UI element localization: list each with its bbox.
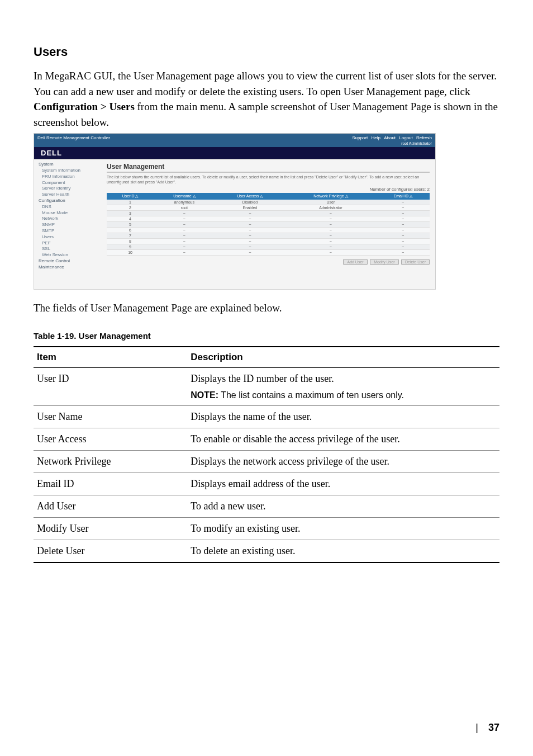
col-username[interactable]: Username △	[154, 193, 215, 200]
table-cell: ~	[377, 233, 430, 238]
table-cell: ~	[154, 210, 215, 216]
table-cell: ~	[154, 216, 215, 221]
nav-snmp[interactable]: SNMP	[42, 222, 98, 228]
table-cell: root	[154, 205, 215, 210]
nav-configuration[interactable]: Configuration	[39, 198, 98, 204]
table-row[interactable]: 10~~~~	[107, 249, 430, 255]
table-row[interactable]: 5~~~~	[107, 221, 430, 227]
nav-web-session[interactable]: Web Session	[42, 252, 98, 258]
table-cell: 8	[107, 238, 154, 244]
table-cell: 2	[107, 205, 154, 210]
table-cell: 6	[107, 227, 154, 233]
nav-network[interactable]: Network	[42, 216, 98, 222]
table-cell: ~	[377, 200, 430, 205]
nav-server-health[interactable]: Server Health	[42, 192, 98, 198]
users-table: UserID △ Username △ User Access △ Networ…	[107, 193, 430, 256]
fields-table: Item Description User ID Displays the ID…	[34, 346, 499, 563]
table-cell: 7	[107, 233, 154, 238]
table-row[interactable]: 1anonymousDisabledUser~	[107, 200, 430, 205]
row-useraccess-desc: To enable or disable the access privileg…	[187, 428, 499, 451]
table-cell: 10	[107, 249, 154, 255]
nav-dns[interactable]: DNS	[42, 204, 98, 210]
table-cell: ~	[377, 205, 430, 210]
link-logout[interactable]: Logout	[399, 135, 412, 140]
col-networkpriv[interactable]: Network Privilege △	[285, 193, 376, 200]
nav-pef[interactable]: PEF	[42, 240, 98, 247]
add-user-button[interactable]: Add User	[343, 259, 367, 265]
nav-system-info[interactable]: System Information	[42, 168, 98, 174]
table-row[interactable]: 9~~~~	[107, 244, 430, 249]
table-row[interactable]: 3~~~~	[107, 210, 430, 216]
row-username-item: User Name	[34, 406, 187, 428]
col-emailid[interactable]: Email ID △	[377, 193, 430, 200]
table-row[interactable]: 6~~~~	[107, 227, 430, 233]
link-about[interactable]: About	[384, 135, 396, 140]
user-count: Number of configured users: 2	[107, 187, 430, 192]
nav-remote-control[interactable]: Remote Control	[39, 258, 98, 264]
table-cell: ~	[285, 233, 376, 238]
intro-paragraph: In MegaRAC GUI, the User Management page…	[34, 68, 499, 130]
nav-ssl[interactable]: SSL	[42, 246, 98, 252]
fields-col-desc: Description	[187, 347, 499, 368]
table-cell: ~	[154, 233, 215, 238]
table-cell: ~	[154, 249, 215, 255]
table-cell: ~	[285, 249, 376, 255]
link-refresh[interactable]: Refresh	[416, 135, 432, 140]
row-emailid-desc: Displays email address of the user.	[187, 473, 499, 495]
row-networkpriv-desc: Displays the network access privilege of…	[187, 451, 499, 473]
table-cell: ~	[215, 249, 285, 255]
nav-fru-info[interactable]: FRU Information	[42, 174, 98, 180]
table-cell: ~	[215, 233, 285, 238]
table-cell: ~	[285, 238, 376, 244]
table-cell: Enabled	[215, 205, 285, 210]
table-cell: ~	[377, 244, 430, 249]
nav-users[interactable]: Users	[42, 234, 98, 240]
main-panel: User Management The list below shows the…	[101, 159, 435, 289]
col-useraccess[interactable]: User Access △	[215, 193, 285, 200]
table-cell: 1	[107, 200, 154, 205]
section-heading: Users	[34, 45, 499, 59]
screenshot: Dell Remote Management Controller Suppor…	[34, 133, 436, 290]
nav-component[interactable]: Component	[42, 180, 98, 186]
intro-text-1: In MegaRAC GUI, the User Management page…	[34, 70, 497, 97]
nav-mouse-mode[interactable]: Mouse Mode	[42, 210, 98, 216]
nav-smtp[interactable]: SMTP	[42, 228, 98, 234]
table-row[interactable]: 7~~~~	[107, 233, 430, 238]
table-cell: 4	[107, 216, 154, 221]
table-cell: ~	[285, 216, 376, 221]
row-useraccess-item: User Access	[34, 428, 187, 451]
window-titlebar: Dell Remote Management Controller Suppor…	[34, 134, 435, 141]
nav-system[interactable]: System	[39, 162, 98, 168]
panel-description: The list below shows the current list of…	[107, 175, 430, 185]
table-cell: ~	[215, 227, 285, 233]
row-userid-desc-text: Displays the ID number of the user.	[191, 373, 496, 385]
table-row[interactable]: 4~~~~	[107, 216, 430, 221]
table-cell: ~	[154, 238, 215, 244]
row-deleteuser-item: Delete User	[34, 540, 187, 563]
panel-title: User Management	[107, 163, 430, 173]
nav-server-identify[interactable]: Server Identify	[42, 186, 98, 192]
row-userid-desc: Displays the ID number of the user. NOTE…	[187, 368, 499, 406]
row-emailid-item: Email ID	[34, 473, 187, 495]
table-row[interactable]: 8~~~~	[107, 238, 430, 244]
link-help[interactable]: Help	[371, 135, 380, 140]
modify-user-button[interactable]: Modify User	[370, 259, 398, 265]
table-row[interactable]: 2rootEnabledAdministrator~	[107, 205, 430, 210]
row-modifyuser-desc: To modify an existing user.	[187, 518, 499, 540]
nav-maintenance[interactable]: Maintenance	[39, 264, 98, 271]
row-networkpriv-item: Network Privilege	[34, 451, 187, 473]
link-support[interactable]: Support	[352, 135, 368, 140]
table-cell: ~	[215, 216, 285, 221]
table-cell: ~	[377, 210, 430, 216]
row-modifyuser-item: Modify User	[34, 518, 187, 540]
fields-col-item: Item	[34, 347, 187, 368]
row-username-desc: Displays the name of the user.	[187, 406, 499, 428]
col-userid[interactable]: UserID △	[107, 193, 154, 200]
page-number: 37	[488, 722, 499, 733]
window-title: Dell Remote Management Controller	[37, 135, 110, 140]
table-cell: ~	[285, 210, 376, 216]
table-cell: ~	[377, 238, 430, 244]
intro-bold-path: Configuration > Users	[34, 101, 135, 112]
delete-user-button[interactable]: Delete User	[401, 259, 430, 265]
table-cell: ~	[285, 244, 376, 249]
